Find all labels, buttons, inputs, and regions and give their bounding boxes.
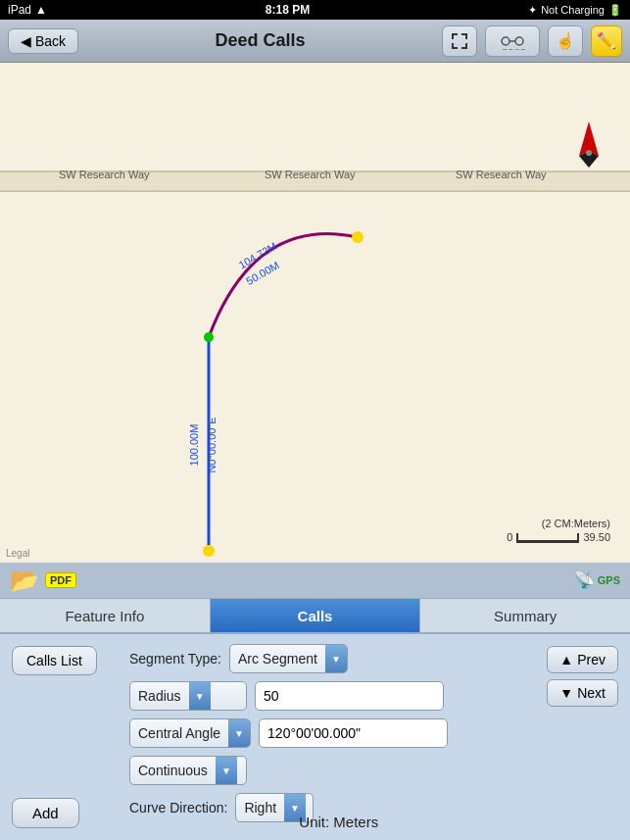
svg-point-5 xyxy=(204,332,214,342)
curve-direction-label: Curve Direction: xyxy=(129,800,227,815)
svg-text:GOGO: GOGO xyxy=(502,47,526,50)
back-button[interactable]: ◀ Back xyxy=(8,28,78,54)
svg-point-6 xyxy=(203,545,215,557)
scale-end-label: 39.50 xyxy=(583,531,610,543)
scale-label: (2 CM:Meters) xyxy=(507,518,610,529)
radius-input[interactable] xyxy=(255,681,444,711)
svg-point-0 xyxy=(502,37,509,45)
curve-direction-value: Right xyxy=(236,800,284,815)
move-button[interactable]: GOGO xyxy=(485,25,540,57)
svg-point-1 xyxy=(515,37,523,45)
next-label: Next xyxy=(577,685,606,701)
gps-label: GPS xyxy=(598,574,620,586)
wifi-icon: ▲ xyxy=(35,3,47,17)
gps-button[interactable]: 📡 GPS xyxy=(573,569,620,591)
line-distance-label: 100.00M xyxy=(188,424,200,467)
continuous-row: Continuous ▼ xyxy=(129,756,618,785)
segment-type-label: Segment Type: xyxy=(129,651,221,667)
radius-row: Radius ▼ xyxy=(129,681,618,711)
segment-type-row: Segment Type: Arc Segment ▼ xyxy=(129,644,618,673)
form-area: Calls List Segment Type: Arc Segment ▼ R… xyxy=(0,634,630,840)
back-chevron-icon: ◀ xyxy=(21,33,31,49)
battery-label: Not Charging xyxy=(541,4,605,16)
gps-icon: 📡 xyxy=(573,569,595,591)
calls-list-button[interactable]: Calls List xyxy=(12,646,97,675)
radius-select[interactable]: Radius ▼ xyxy=(129,681,247,711)
toolbar-row: 📂 PDF 📡 GPS xyxy=(0,563,630,599)
continuous-value: Continuous xyxy=(130,763,216,778)
tab-feature-info[interactable]: Feature Info xyxy=(0,599,211,632)
line-bearing-label: N0°00.00"E xyxy=(206,417,218,472)
scale-start-label: 0 xyxy=(507,531,512,543)
status-time: 8:18 PM xyxy=(266,3,310,17)
segment-type-select[interactable]: Arc Segment ▼ xyxy=(229,644,348,673)
segment-type-value: Arc Segment xyxy=(230,651,325,667)
page-title: Deed Calls xyxy=(216,30,306,51)
tab-summary-label: Summary xyxy=(494,608,557,624)
segment-type-arrow: ▼ xyxy=(325,644,347,673)
svg-point-7 xyxy=(352,231,363,243)
next-arrow-icon: ▼ xyxy=(559,685,573,701)
tab-calls-label: Calls xyxy=(298,608,333,624)
central-angle-select[interactable]: Central Angle ▼ xyxy=(129,718,251,748)
bottom-panel: 📂 PDF 📡 GPS Feature Info Calls Summary C… xyxy=(0,563,630,840)
bluetooth-icon: ✦ xyxy=(528,4,537,17)
pencil-icon: ✏️ xyxy=(597,31,616,50)
radius-label: Radius xyxy=(130,688,189,704)
tab-feature-info-label: Feature Info xyxy=(65,608,144,624)
central-angle-arrow: ▼ xyxy=(228,718,250,748)
nav-bar: ◀ Back Deed Calls GOGO ☝ ✏️ xyxy=(0,20,630,63)
prev-label: Prev xyxy=(577,652,606,667)
tabs-row: Feature Info Calls Summary xyxy=(0,599,630,634)
pencil-button[interactable]: ✏️ xyxy=(591,25,622,57)
map-drawing: 100.00M N0°00.00"E 104.72M 50.00M xyxy=(0,63,630,563)
toolbar-left: 📂 PDF xyxy=(10,567,76,594)
prev-button[interactable]: ▲ Prev xyxy=(547,646,618,673)
svg-point-10 xyxy=(586,150,592,156)
expand-button[interactable] xyxy=(442,25,477,57)
next-button[interactable]: ▼ Next xyxy=(547,679,618,707)
scale-bar: (2 CM:Meters) 0 39.50 xyxy=(507,518,610,543)
finger-button[interactable]: ☝ xyxy=(548,25,583,57)
unit-row: Unit: Meters xyxy=(299,814,378,830)
folder-icon[interactable]: 📂 xyxy=(10,567,39,594)
central-angle-row: Central Angle ▼ xyxy=(129,718,618,748)
add-button[interactable]: Add xyxy=(12,798,79,828)
nav-tools: GOGO ☝ ✏️ xyxy=(442,25,622,57)
prev-arrow-icon: ▲ xyxy=(559,652,573,667)
pdf-label: PDF xyxy=(50,574,72,586)
central-angle-label: Central Angle xyxy=(130,725,228,741)
calls-list-label: Calls List xyxy=(26,653,82,668)
pdf-button[interactable]: PDF xyxy=(45,572,76,588)
continuous-arrow: ▼ xyxy=(216,756,237,785)
finger-icon: ☝ xyxy=(556,31,575,50)
tab-calls[interactable]: Calls xyxy=(211,599,421,632)
legal-text: Legal xyxy=(6,548,29,559)
tab-summary[interactable]: Summary xyxy=(420,599,630,632)
status-left: iPad ▲ xyxy=(8,3,47,17)
map-area: SW Research Way SW Research Way SW Resea… xyxy=(0,63,630,563)
move-icon: GOGO xyxy=(498,32,527,50)
add-label: Add xyxy=(32,805,59,821)
compass xyxy=(567,117,610,171)
continuous-select[interactable]: Continuous ▼ xyxy=(129,756,247,785)
radius-arrow: ▼ xyxy=(189,681,211,711)
battery-icon: 🔋 xyxy=(608,4,622,17)
prev-next-controls: ▲ Prev ▼ Next xyxy=(547,646,618,707)
central-angle-input[interactable] xyxy=(259,718,448,748)
unit-label: Unit: Meters xyxy=(299,814,378,830)
back-label: Back xyxy=(35,33,66,49)
carrier-label: iPad xyxy=(8,3,31,17)
expand-icon xyxy=(451,32,468,50)
form-fields: Segment Type: Arc Segment ▼ Radius ▼ Cen… xyxy=(129,644,618,822)
status-right: ✦ Not Charging 🔋 xyxy=(528,4,622,17)
status-bar: iPad ▲ 8:18 PM ✦ Not Charging 🔋 xyxy=(0,0,630,20)
